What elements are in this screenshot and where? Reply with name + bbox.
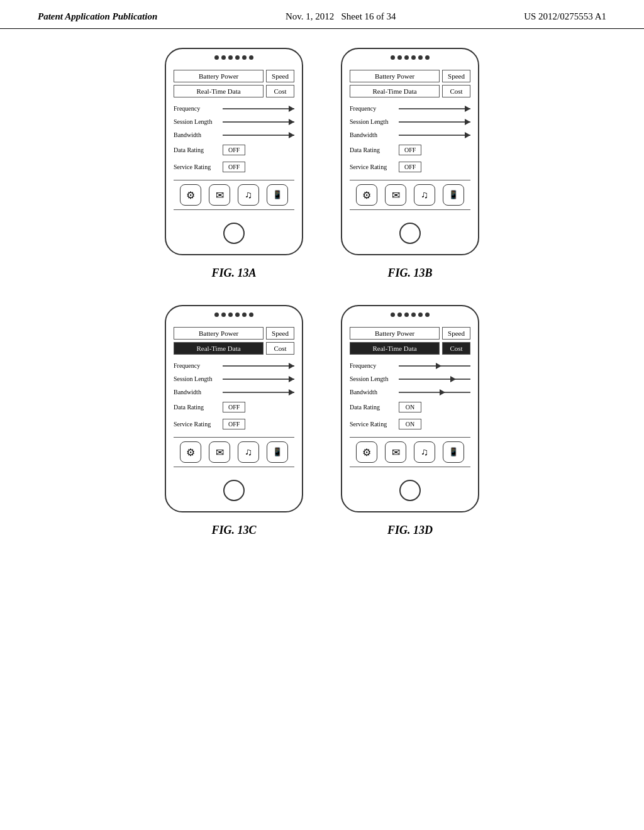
screen-13a: Battery Power Speed Real-Time Data Cost … bbox=[166, 64, 302, 216]
freq-thumb-13d bbox=[436, 363, 441, 369]
datarating-label-13b: Data Rating bbox=[350, 147, 395, 153]
dot bbox=[404, 313, 409, 317]
settings-icon-13a[interactable]: ⚙ bbox=[180, 184, 201, 206]
share-icon-13c[interactable]: 📱 bbox=[267, 441, 288, 463]
sess-thumb-13a bbox=[289, 119, 294, 125]
sess-track-13a[interactable] bbox=[223, 121, 294, 123]
statusbar-13a bbox=[166, 49, 302, 64]
settings-icon-13d[interactable]: ⚙ bbox=[356, 441, 377, 463]
home-btn-13b[interactable] bbox=[399, 223, 421, 244]
caption-13c: FIG. 13C bbox=[211, 524, 256, 537]
freq-label-13b: Frequency bbox=[350, 105, 395, 112]
band-label-13b: Bandwidth bbox=[350, 131, 395, 138]
servicerating-row-13b: Service Rating OFF bbox=[350, 162, 470, 172]
mail-icon-13a[interactable]: ✉ bbox=[209, 184, 230, 206]
caption-13d: FIG. 13D bbox=[387, 524, 433, 537]
freq-track-13d[interactable] bbox=[399, 365, 470, 367]
servicerating-btn-13d[interactable]: ON bbox=[399, 419, 421, 429]
page-header: Patent Application Publication Nov. 1, 2… bbox=[0, 0, 644, 29]
mail-icon-13b[interactable]: ✉ bbox=[385, 184, 406, 206]
freq-label-13a: Frequency bbox=[174, 105, 219, 112]
band-track-13b[interactable] bbox=[399, 135, 470, 136]
music-icon-13b[interactable]: ♫ bbox=[414, 184, 435, 206]
battery-power-btn-13c[interactable]: Battery Power bbox=[174, 327, 264, 340]
dot bbox=[249, 55, 253, 60]
figure-13d: Battery Power Speed Real-Time Data Cost … bbox=[341, 305, 479, 537]
datarating-btn-13a[interactable]: OFF bbox=[223, 145, 245, 155]
status-dots-13b bbox=[391, 55, 430, 60]
battery-power-btn-13d[interactable]: Battery Power bbox=[350, 327, 440, 340]
servicerating-btn-13c[interactable]: OFF bbox=[223, 419, 245, 429]
realtime-btn-13c[interactable]: Real-Time Data bbox=[174, 342, 264, 355]
band-track-13d[interactable] bbox=[399, 392, 470, 393]
home-btn-13c[interactable] bbox=[223, 480, 245, 501]
settings-icon-13b[interactable]: ⚙ bbox=[356, 184, 377, 206]
figure-13b: Battery Power Speed Real-Time Data Cost … bbox=[341, 48, 479, 280]
realtime-btn-13d[interactable]: Real-Time Data bbox=[350, 342, 440, 355]
sess-label-13d: Session Length bbox=[350, 375, 395, 382]
cost-btn-13c[interactable]: Cost bbox=[266, 342, 294, 355]
datarating-label-13a: Data Rating bbox=[174, 147, 219, 153]
sess-track-13b[interactable] bbox=[399, 121, 470, 123]
speed-btn-13d[interactable]: Speed bbox=[442, 327, 470, 340]
settings-icon-13c[interactable]: ⚙ bbox=[180, 441, 201, 463]
servicerating-btn-13b[interactable]: OFF bbox=[399, 162, 421, 172]
app-icons-13b: ⚙ ✉ ♫ 📱 bbox=[350, 180, 470, 210]
app-icons-13d: ⚙ ✉ ♫ 📱 bbox=[350, 437, 470, 467]
music-icon-13d[interactable]: ♫ bbox=[414, 441, 435, 463]
main-content: Battery Power Speed Real-Time Data Cost … bbox=[0, 48, 644, 537]
battery-power-btn-13b[interactable]: Battery Power bbox=[350, 70, 440, 82]
screen-13b: Battery Power Speed Real-Time Data Cost … bbox=[342, 64, 478, 216]
speed-btn-13c[interactable]: Speed bbox=[266, 327, 294, 340]
home-btn-13d[interactable] bbox=[399, 480, 421, 501]
share-icon-13d[interactable]: 📱 bbox=[443, 441, 464, 463]
music-icon-13c[interactable]: ♫ bbox=[238, 441, 259, 463]
band-track-13a[interactable] bbox=[223, 135, 294, 136]
servicerating-row-13a: Service Rating OFF bbox=[174, 162, 294, 172]
caption-13a: FIG. 13A bbox=[211, 267, 256, 280]
sess-slider-13d: Session Length bbox=[350, 375, 470, 382]
mail-icon-13d[interactable]: ✉ bbox=[385, 441, 406, 463]
datarating-btn-13b[interactable]: OFF bbox=[399, 145, 421, 155]
band-label-13c: Bandwidth bbox=[174, 389, 219, 396]
phone-13d: Battery Power Speed Real-Time Data Cost … bbox=[341, 305, 479, 512]
freq-slider-13d: Frequency bbox=[350, 362, 470, 369]
cost-btn-13a[interactable]: Cost bbox=[266, 85, 294, 97]
sess-thumb-13c bbox=[289, 376, 294, 382]
home-btn-13a[interactable] bbox=[223, 223, 245, 244]
band-label-13d: Bandwidth bbox=[350, 389, 395, 396]
freq-track-13c[interactable] bbox=[223, 365, 294, 367]
realtime-btn-13a[interactable]: Real-Time Data bbox=[174, 85, 264, 97]
music-icon-13a[interactable]: ♫ bbox=[238, 184, 259, 206]
battery-power-btn-13a[interactable]: Battery Power bbox=[174, 70, 264, 82]
mail-icon-13c[interactable]: ✉ bbox=[209, 441, 230, 463]
cost-btn-13d[interactable]: Cost bbox=[442, 342, 470, 355]
dot bbox=[397, 55, 402, 60]
dot bbox=[242, 313, 247, 317]
servicerating-btn-13a[interactable]: OFF bbox=[223, 162, 245, 172]
datarating-btn-13d[interactable]: ON bbox=[399, 402, 421, 412]
header-patent-number: US 2012/0275553 A1 bbox=[524, 11, 606, 22]
share-icon-13b[interactable]: 📱 bbox=[443, 184, 464, 206]
band-track-13c[interactable] bbox=[223, 392, 294, 393]
dot bbox=[214, 55, 219, 60]
figure-13a: Battery Power Speed Real-Time Data Cost … bbox=[165, 48, 303, 280]
freq-track-13b[interactable] bbox=[399, 108, 470, 109]
share-icon-13a[interactable]: 📱 bbox=[267, 184, 288, 206]
datarating-btn-13c[interactable]: OFF bbox=[223, 402, 245, 412]
speed-btn-13a[interactable]: Speed bbox=[266, 70, 294, 82]
freq-thumb-13b bbox=[465, 106, 470, 112]
freq-track-13a[interactable] bbox=[223, 108, 294, 109]
app-icons-13a: ⚙ ✉ ♫ 📱 bbox=[174, 180, 294, 210]
sess-track-13c[interactable] bbox=[223, 379, 294, 380]
dot bbox=[404, 55, 409, 60]
figure-row-1: Battery Power Speed Real-Time Data Cost … bbox=[25, 48, 619, 280]
sess-track-13d[interactable] bbox=[399, 379, 470, 380]
datarating-row-13a: Data Rating OFF bbox=[174, 145, 294, 155]
sess-thumb-13d bbox=[450, 376, 456, 382]
realtime-btn-13b[interactable]: Real-Time Data bbox=[350, 85, 440, 97]
cost-btn-13b[interactable]: Cost bbox=[442, 85, 470, 97]
speed-btn-13b[interactable]: Speed bbox=[442, 70, 470, 82]
dot bbox=[249, 313, 253, 317]
statusbar-13b bbox=[342, 49, 478, 64]
